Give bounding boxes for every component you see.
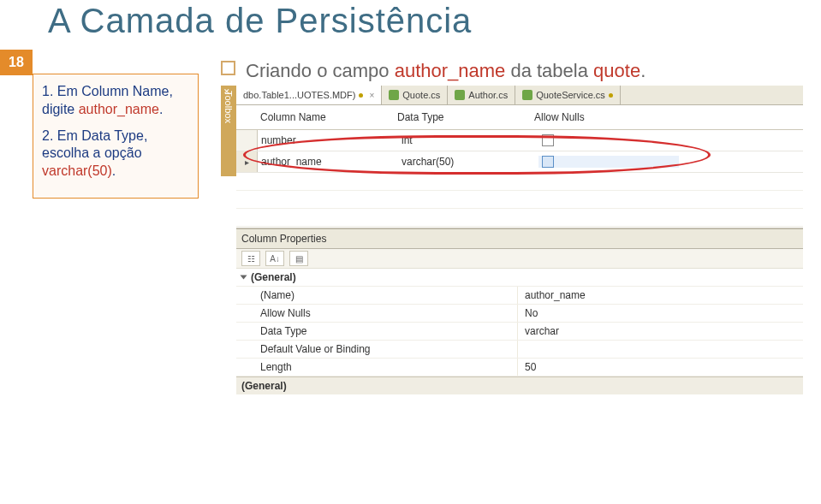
expand-triangle-icon [241, 276, 247, 280]
csharp-file-icon [455, 90, 465, 100]
header-allow-nulls[interactable]: Allow Nulls [534, 111, 671, 123]
property-key: Default Value or Binding [236, 341, 518, 358]
csharp-file-icon [522, 90, 532, 100]
cell-column-name[interactable]: author_name [258, 156, 398, 168]
properties-toolbar: ☷ A↓ ▤ [236, 249, 803, 269]
csharp-file-icon [389, 90, 399, 100]
property-key: Allow Nulls [236, 305, 518, 322]
property-value[interactable]: 50 [518, 359, 803, 376]
category-label: (General) [251, 271, 296, 283]
keyword-column-name: Column Name [81, 84, 169, 98]
dirty-dot-icon [359, 93, 363, 98]
instruction-step-1: 1. Em Column Name, digite author_name. [42, 83, 189, 119]
keyword-quote: quote [593, 60, 640, 81]
tab-dbo-table1[interactable]: dbo.Table1...UOTES.MDF) × [236, 86, 382, 104]
cell-allow-nulls[interactable] [538, 156, 679, 168]
page-number-badge: 18 [0, 50, 33, 75]
toolbox-tab[interactable]: ✕ Toolbox [221, 86, 236, 176]
row-selector[interactable] [236, 130, 258, 151]
cell-column-name[interactable]: number [258, 134, 398, 146]
table-designer-header: Column Name Data Type Allow Nulls [236, 105, 803, 130]
tab-label: Author.cs [468, 90, 508, 100]
checkbox-icon[interactable] [542, 134, 554, 146]
text: Criando o campo [246, 60, 395, 81]
pin-icon: ✕ [223, 87, 230, 96]
document-tab-bar: dbo.Table1...UOTES.MDF) × Quote.cs Autho… [236, 86, 803, 105]
property-row[interactable]: (Name) author_name [236, 287, 803, 305]
property-key: Length [236, 359, 518, 376]
text: . [159, 102, 163, 116]
property-row[interactable]: Allow Nulls No [236, 305, 803, 323]
dirty-dot-icon [609, 93, 613, 98]
property-value[interactable]: No [518, 305, 803, 322]
row-selector[interactable] [236, 151, 258, 172]
categorized-button[interactable]: ☷ [241, 251, 260, 266]
properties-button[interactable]: ▤ [289, 251, 308, 266]
property-key: (Name) [236, 287, 518, 304]
empty-grid-area[interactable] [236, 173, 803, 228]
instruction-box: 1. Em Column Name, digite author_name. 2… [33, 74, 199, 199]
keyword-data-type: Data Type [81, 128, 144, 143]
property-value[interactable]: author_name [518, 287, 803, 304]
table-row[interactable]: author_name varchar(50) [236, 151, 803, 173]
tab-label: Quote.cs [402, 90, 440, 100]
cell-data-type[interactable]: int [398, 134, 538, 146]
text: . [640, 60, 645, 81]
property-row[interactable]: Default Value or Binding [236, 341, 803, 359]
value-varchar-50: varchar(50) [42, 163, 112, 178]
checkbox-icon[interactable] [542, 156, 554, 168]
value-author-name: author_name [79, 102, 159, 116]
table-row[interactable]: number int [236, 130, 803, 151]
keyword-author-name: author_name [395, 60, 506, 81]
alphabetical-button[interactable]: A↓ [265, 251, 284, 266]
text: da tabela [505, 60, 593, 81]
column-properties-panel: Column Properties ☷ A↓ ▤ (General) (Name… [236, 228, 803, 394]
property-row[interactable]: Data Type varchar [236, 323, 803, 341]
instruction-step-2: 2. Em Data Type, escolha a opção varchar… [42, 127, 189, 181]
tab-quote-cs[interactable]: Quote.cs [382, 86, 448, 104]
property-value[interactable]: varchar [518, 323, 803, 340]
tab-label: dbo.Table1...UOTES.MDF) [243, 90, 355, 100]
tab-quoteservice-cs[interactable]: QuoteService.cs [515, 86, 621, 104]
cell-allow-nulls[interactable] [538, 134, 679, 146]
close-icon[interactable]: × [369, 91, 374, 100]
text: . [112, 163, 116, 178]
header-data-type[interactable]: Data Type [397, 111, 534, 123]
property-description-bar: (General) [236, 377, 803, 394]
header-column-name[interactable]: Column Name [260, 111, 397, 123]
property-row[interactable]: Length 50 [236, 359, 803, 377]
text: 1. Em [42, 84, 81, 98]
column-properties-title: Column Properties [236, 229, 803, 249]
property-category-general[interactable]: (General) [236, 269, 803, 287]
tab-label: QuoteService.cs [536, 90, 605, 100]
text: 2. Em [42, 128, 81, 143]
tab-author-cs[interactable]: Author.cs [448, 86, 515, 104]
property-key: Data Type [236, 323, 518, 340]
bullet-line: Criando o campo author_name da tabela qu… [221, 60, 645, 82]
bullet-square-icon [221, 61, 235, 75]
visual-studio-screenshot: ✕ Toolbox dbo.Table1...UOTES.MDF) × Quot… [221, 86, 803, 488]
slide-title: A Camada de Persistência [48, 2, 472, 40]
cell-data-type[interactable]: varchar(50) [398, 156, 538, 168]
properties-grid: (General) (Name) author_name Allow Nulls… [236, 269, 803, 394]
property-value[interactable] [518, 341, 803, 358]
